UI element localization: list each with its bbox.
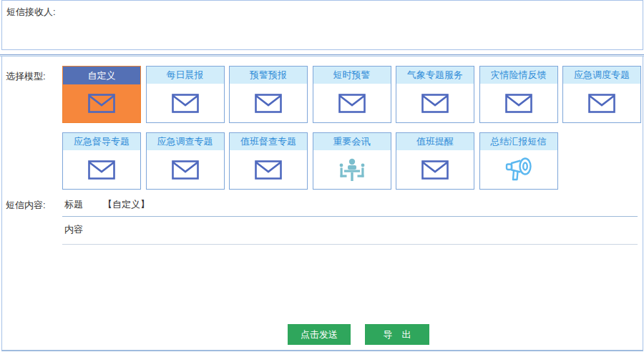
template-card[interactable]: 总结汇报短信 bbox=[479, 132, 558, 190]
template-card-body bbox=[313, 84, 391, 122]
envelope-icon bbox=[255, 160, 282, 180]
template-card-label: 气象专题服务 bbox=[407, 69, 463, 82]
model-select-label: 选择模型: bbox=[2, 66, 62, 123]
template-card-label: 应急督导专题 bbox=[74, 135, 130, 148]
compose-section: 选择模型: 自定义 每日晨报 预警预报 短时预警 气象专题服务 bbox=[1, 57, 643, 351]
template-card-body bbox=[396, 84, 474, 122]
template-card-label: 短时预警 bbox=[333, 69, 371, 82]
megaphone-icon bbox=[504, 157, 534, 182]
envelope-icon bbox=[505, 94, 532, 113]
template-card-label: 重要会讯 bbox=[333, 135, 371, 148]
template-card-header: 每日晨报 bbox=[147, 67, 224, 84]
template-card-header: 值班提醒 bbox=[396, 133, 474, 151]
content-field[interactable]: 内容 bbox=[62, 217, 638, 245]
envelope-icon bbox=[88, 160, 115, 180]
template-cards-row1: 自定义 每日晨报 预警预报 短时预警 气象专题服务 bbox=[62, 66, 641, 123]
template-card-body bbox=[563, 84, 640, 122]
recipients-label: 短信接收人: bbox=[6, 6, 56, 19]
title-field-value: 【自定义】 bbox=[103, 198, 150, 211]
envelope-icon bbox=[338, 94, 366, 113]
template-card-label: 应急调查专题 bbox=[157, 135, 213, 148]
title-field[interactable]: 标题 【自定义】 bbox=[62, 195, 638, 217]
sms-send-page: 短信接收人: 选择模型: 自定义 每日晨报 预警预报 短时预警 bbox=[0, 0, 644, 352]
envelope-icon bbox=[588, 94, 615, 113]
template-card-header: 自定义 bbox=[63, 67, 140, 84]
content-label: 短信内容: bbox=[2, 195, 62, 245]
envelope-icon bbox=[421, 94, 449, 113]
template-card-body bbox=[313, 151, 391, 188]
template-card-label: 自定义 bbox=[88, 69, 116, 82]
template-card[interactable]: 应急调查专题 bbox=[146, 132, 225, 190]
export-button[interactable]: 导 出 bbox=[365, 324, 429, 345]
template-card-header: 重要会讯 bbox=[313, 133, 391, 151]
template-card[interactable]: 预警预报 bbox=[229, 66, 308, 123]
template-card-label: 灾情险情反馈 bbox=[491, 69, 547, 82]
template-card-label: 每日晨报 bbox=[167, 69, 204, 82]
template-card-label: 应急调度专题 bbox=[574, 69, 630, 82]
content-field-label: 内容 bbox=[64, 224, 83, 235]
template-card-label: 预警预报 bbox=[250, 69, 287, 82]
template-card[interactable]: 灾情险情反馈 bbox=[479, 66, 558, 123]
content-row: 短信内容: 标题 【自定义】 内容 bbox=[2, 195, 643, 245]
template-card-body bbox=[480, 84, 557, 122]
template-card-header: 应急调查专题 bbox=[147, 133, 224, 151]
template-card[interactable]: 值班督查专题 bbox=[229, 132, 308, 190]
meeting-icon bbox=[336, 157, 368, 182]
template-card-label: 总结汇报短信 bbox=[491, 135, 547, 148]
content-fields: 标题 【自定义】 内容 bbox=[62, 195, 638, 245]
template-card-label: 值班提醒 bbox=[416, 135, 454, 148]
template-card[interactable]: 应急督导专题 bbox=[62, 132, 141, 190]
envelope-icon bbox=[255, 94, 282, 113]
template-card-body bbox=[396, 151, 474, 188]
recipients-section: 短信接收人: bbox=[1, 0, 643, 50]
envelope-icon bbox=[172, 160, 199, 180]
template-card[interactable]: 气象专题服务 bbox=[396, 66, 474, 123]
template-card[interactable]: 自定义 bbox=[62, 66, 141, 123]
template-card-body bbox=[230, 151, 307, 188]
template-card[interactable]: 每日晨报 bbox=[146, 66, 225, 123]
template-cards-row2: 应急督导专题 应急调查专题 值班督查专题 重要会讯 值班提醒 bbox=[62, 132, 558, 190]
template-card-label: 值班督查专题 bbox=[240, 135, 296, 148]
envelope-icon bbox=[421, 160, 449, 180]
template-card-header: 灾情险情反馈 bbox=[480, 67, 557, 84]
template-card-header: 应急督导专题 bbox=[63, 133, 140, 151]
template-card-header: 预警预报 bbox=[230, 67, 307, 84]
template-card[interactable]: 短时预警 bbox=[313, 66, 391, 123]
template-card-header: 短时预警 bbox=[313, 67, 391, 84]
model-select-row1: 选择模型: 自定义 每日晨报 预警预报 短时预警 气象专题服务 bbox=[2, 66, 643, 123]
template-card-body bbox=[480, 151, 557, 188]
template-card-body bbox=[63, 84, 140, 122]
recipients-input-area[interactable] bbox=[62, 1, 641, 48]
envelope-icon bbox=[88, 94, 115, 113]
envelope-icon bbox=[172, 94, 199, 113]
template-card-body bbox=[63, 151, 140, 188]
title-field-label: 标题 bbox=[64, 198, 83, 211]
row2-spacer bbox=[2, 132, 62, 190]
model-select-row2: 应急督导专题 应急调查专题 值班督查专题 重要会讯 值班提醒 bbox=[2, 132, 643, 190]
send-button[interactable]: 点击发送 bbox=[288, 324, 351, 345]
template-card-body bbox=[147, 151, 224, 188]
template-card[interactable]: 重要会讯 bbox=[313, 132, 391, 190]
template-card-header: 气象专题服务 bbox=[396, 67, 474, 84]
template-card-body bbox=[230, 84, 307, 122]
template-card-body bbox=[147, 84, 224, 122]
template-card-header: 总结汇报短信 bbox=[480, 133, 557, 151]
template-card-header: 值班督查专题 bbox=[230, 133, 307, 151]
template-card[interactable]: 应急调度专题 bbox=[562, 66, 641, 123]
template-card-header: 应急调度专题 bbox=[563, 67, 640, 84]
action-buttons: 点击发送 导 出 bbox=[288, 324, 429, 345]
template-card[interactable]: 值班提醒 bbox=[396, 132, 474, 190]
